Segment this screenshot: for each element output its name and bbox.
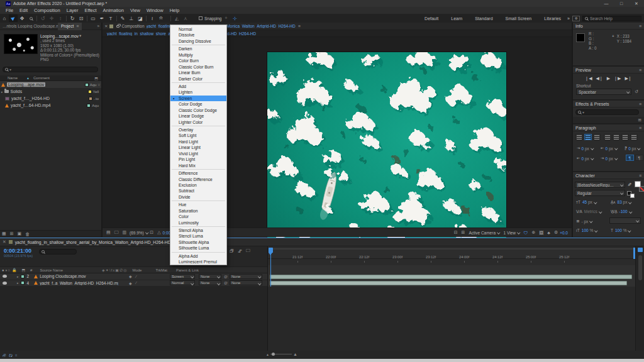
playhead-head[interactable] [269,248,273,253]
blend-mode-item[interactable]: Lighter Color [170,119,226,125]
stroke-width-field[interactable]: ≣- px [576,219,592,224]
blend-mode-item-screen[interactable]: Screen [170,96,226,101]
swap-white-swatch[interactable] [630,194,635,198]
grid-guides-icon[interactable]: △ [155,230,162,235]
space-after-field[interactable]: ⇥0 px [601,156,617,161]
workspace-overflow-icon[interactable]: » [567,16,570,21]
timeline-search-input[interactable] [39,249,77,255]
layer-2-duration-bar[interactable] [270,281,627,285]
trkmat-dropdown[interactable]: None [199,274,221,279]
layer-label-chip[interactable] [21,281,25,285]
region-of-interest-icon[interactable]: ⊡ [148,230,155,235]
effects-switch-icon[interactable]: ∕ [136,281,136,285]
pan-camera-tool-icon[interactable]: ✛ [47,14,56,22]
blend-mode-item[interactable]: Darken [170,46,226,52]
roto-brush-tool-icon[interactable]: ≀ [148,14,157,22]
blend-mode-dropdown[interactable]: Screen [170,274,195,279]
puppet-pin-tool-icon[interactable]: ⍾ [157,14,165,22]
menu-layer[interactable]: Layer [64,8,82,13]
layer-label-chip[interactable] [21,275,25,278]
graph-editor-icon[interactable]: 🖵 [246,248,250,253]
brush-tool-icon[interactable]: ✎ [118,14,127,22]
blend-mode-item[interactable]: Dancing Dissolve [170,38,226,44]
font-size-field[interactable]: ᴛT45 px [576,200,596,204]
3d-view-dropdown[interactable]: Active Camera [469,231,499,235]
project-row-looping-cloudscape[interactable]: Looping…ape.mov Aqu ⑂ [0,81,101,88]
menu-composition[interactable]: Composition [31,8,64,13]
blend-mode-item[interactable]: Overlay [170,127,226,133]
indent-right-field[interactable]: ⇤0 px [601,146,617,151]
dolly-camera-tool-icon[interactable]: ↕ [56,14,65,22]
blend-mode-item[interactable]: Soft Light [170,133,226,138]
orbit-camera-tool-icon[interactable]: ↺ [38,14,47,22]
exposure-reset-icon[interactable]: ⚙ [552,230,560,235]
source-name-column[interactable]: Source Name [40,268,63,272]
interpret-footage-icon[interactable]: ▦ [0,231,8,236]
vertical-scale-field[interactable]: ıT100 % [576,228,597,233]
blend-mode-item[interactable]: Silhouette Alpha [170,239,226,245]
snapshot-icon[interactable]: ▤ [104,230,113,235]
justify-last-left-button[interactable] [604,134,611,140]
flowchart-icon[interactable]: ♣ [545,231,552,235]
blend-mode-item[interactable]: Linear Light [170,145,226,150]
effects-switch-icon[interactable]: ∕ [136,275,136,278]
lock-icon[interactable] [116,25,119,28]
hand-tool-icon[interactable]: ✥ [18,14,26,22]
zoom-tool-icon[interactable] [26,14,35,22]
folder-name[interactable]: Solids [11,89,23,94]
previous-frame-icon[interactable]: ◀❘ [596,76,603,81]
column-label-icon[interactable]: ⬒ [94,76,101,80]
type-tool-icon[interactable]: T [106,14,115,22]
shortcut-dropdown[interactable]: Spacebar [576,89,631,95]
parent-link-column[interactable]: Parent & Link [176,268,199,272]
panel-overflow-icon[interactable]: » [97,24,101,28]
search-help-box[interactable]: Search Help [582,16,641,21]
timeline-button-icon[interactable]: 🖽 [537,231,545,235]
expand-icon[interactable]: ▸ [0,90,3,94]
workspace-settings-icon[interactable]: ⚙ [572,16,580,21]
next-frame-icon[interactable]: ❘▶ [614,76,621,81]
current-timecode[interactable]: 0:00:21:00 [4,248,31,254]
font-style-dropdown[interactable]: Regular [575,190,625,196]
blend-mode-item[interactable]: Stencil Luma [170,233,226,239]
tab-effect-controls[interactable]: …ntrols Looping Cloudscape.mov [0,24,58,28]
blend-mode-item[interactable]: Luminosity [170,220,226,226]
blend-mode-item[interactable]: Difference [170,170,226,176]
last-frame-icon[interactable]: ▶❘ [625,76,631,81]
layer-row-2[interactable]: ▸ 4 yacht_f..a_Walton_Artgrid-HD_H264-HD… [0,280,267,287]
project-row-yacht-footage[interactable]: yacht_f…64-HD.mp4 Aqu [0,102,101,109]
project-row-solids[interactable]: ▸ Solids Yell [0,88,101,95]
panel-menu-icon[interactable]: ≡ [298,24,301,28]
blend-mode-item[interactable]: Hard Mix [170,163,226,168]
tracking-field[interactable]: W̱A̱-100 [611,209,631,214]
modes-toggle-icon[interactable]: 🗘 [9,354,13,358]
blend-mode-item[interactable]: Lighten [170,89,226,95]
footage-name[interactable]: yacht_f…64-HD.mp4 [11,103,50,107]
blend-mode-item[interactable]: Pin Light [170,156,226,162]
blend-mode-item[interactable]: Color [170,214,226,219]
tab-project[interactable]: Project ≡ [58,23,82,30]
workspace-learn[interactable]: Learn [445,16,469,21]
visibility-eye-icon[interactable] [3,282,7,285]
exposure-value[interactable]: +0.0 [560,231,568,235]
blend-mode-item[interactable]: Stencil Alpha [170,228,226,233]
blend-mode-item[interactable]: Multiply [170,52,226,58]
footage-name[interactable]: Looping…ape.mov [7,82,45,87]
maximize-button[interactable]: □ [614,1,629,6]
blend-mode-item[interactable]: Add [170,84,226,89]
close-button[interactable]: ✕ [629,1,644,6]
parent-dropdown[interactable]: None [230,280,262,285]
blend-mode-item[interactable]: Classic Difference [170,177,226,182]
delete-icon[interactable]: 🗑 [23,232,31,236]
eyedropper-icon[interactable]: ✎ [626,182,632,187]
menu-help[interactable]: Help [167,8,182,13]
play-icon[interactable]: ▶ [607,76,610,81]
panel-menu-icon[interactable]: ≡ [76,24,79,28]
effects-list-icon[interactable]: ⊞ [638,118,641,123]
menu-file[interactable]: File [3,8,16,13]
pickwhip-icon[interactable]: @ [224,275,228,278]
channel-icon[interactable]: ▥ [120,230,128,235]
blend-mode-item[interactable]: Silhouette Luma [170,245,226,251]
timeline-track-pane[interactable]: 21:12f 22:00f 22:12f 23:00f 23:12f 24:00… [267,246,635,351]
panel-menu-icon[interactable]: ≡ [639,126,641,130]
